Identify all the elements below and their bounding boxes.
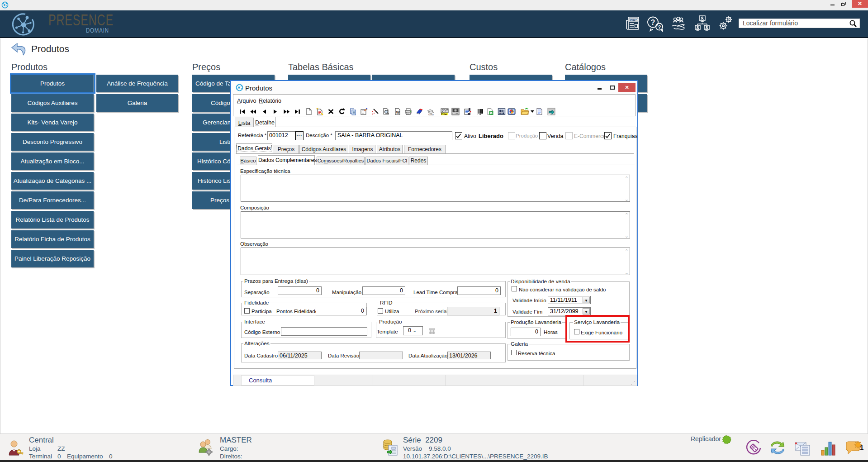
- svg-text:Goto: Goto: [428, 113, 434, 116]
- svg-text:W: W: [396, 110, 400, 114]
- svg-text:NEWS: NEWS: [631, 19, 640, 22]
- svg-text:?: ?: [658, 24, 661, 30]
- svg-text:Filter: Filter: [441, 113, 448, 115]
- svg-text:?: ?: [651, 19, 655, 26]
- svg-text:CS1: CS1: [499, 112, 503, 114]
